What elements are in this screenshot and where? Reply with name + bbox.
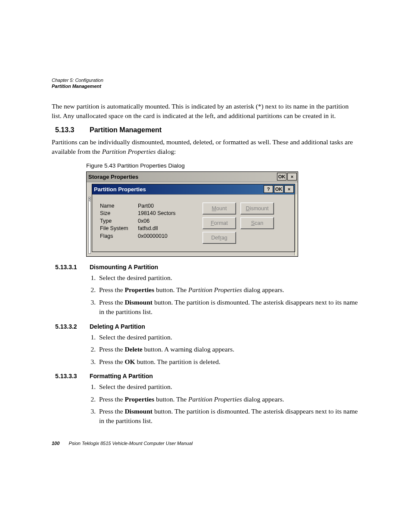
storage-properties-window: Storage Properties OK × S Partition Prop…: [86, 171, 298, 257]
heading-title: Deleting A Partition: [90, 323, 145, 330]
step: Press the Dismount button. The partition…: [97, 407, 359, 426]
heading-number: 5.13.3.2: [55, 323, 90, 330]
label-size: Size: [100, 210, 138, 218]
step: Press the Properties button. The Partiti…: [97, 395, 359, 404]
defrag-button[interactable]: Defrag: [202, 232, 236, 244]
dismount-button[interactable]: Dismount: [240, 202, 274, 215]
scan-button[interactable]: Scan: [240, 217, 274, 229]
heading-5-13-3: 5.13.3 Partition Management: [52, 126, 359, 134]
partition-properties-titlebar[interactable]: Partition Properties ? OK ×: [92, 184, 295, 195]
step: Press the Delete button. A warning dialo…: [97, 345, 359, 354]
help-icon[interactable]: ?: [264, 185, 273, 193]
value-filesystem: fatfsd.dll: [138, 225, 194, 233]
label-type: Type: [100, 218, 138, 225]
value-size: 198140 Sectors: [138, 210, 194, 218]
mount-button[interactable]: Mount: [202, 202, 236, 215]
heading-number: 5.13.3.1: [55, 264, 90, 271]
ok-button[interactable]: OK: [277, 173, 286, 180]
label-filesystem: File System: [100, 225, 138, 233]
step: Select the desired partition.: [97, 382, 359, 392]
value-name: Part00: [138, 202, 194, 210]
window-title: Storage Properties: [88, 174, 138, 180]
label-flags: Flags: [100, 233, 138, 240]
storage-properties-titlebar[interactable]: Storage Properties OK ×: [87, 172, 298, 182]
step: Press the OK button. The partition is de…: [97, 357, 359, 367]
value-type: 0x06: [138, 218, 194, 225]
label-name: Name: [100, 202, 138, 210]
step: Press the Properties button. The Partiti…: [97, 285, 359, 295]
heading-title: Dismounting A Partition: [90, 264, 158, 271]
ok-button[interactable]: OK: [274, 185, 283, 193]
window-title: Partition Properties: [94, 186, 146, 193]
format-button[interactable]: Format: [202, 217, 236, 229]
close-icon[interactable]: ×: [287, 173, 297, 180]
heading-number: 5.13.3: [55, 126, 90, 134]
page-number: 100: [52, 441, 59, 446]
heading-number: 5.13.3.3: [55, 373, 90, 380]
running-head-chapter: Chapter 5: Configuration: [52, 78, 359, 83]
intro-paragraph: The new partition is automatically mount…: [52, 102, 359, 120]
step: Select the desired partition.: [97, 333, 359, 342]
dialog-body: Name Size Type File System Flags Part00 …: [92, 195, 295, 252]
text: dialog:: [156, 148, 176, 155]
heading-title: Formatting A Partition: [90, 373, 153, 380]
heading-5-13-3-2: 5.13.3.2 Deleting A Partition: [52, 323, 359, 330]
page: Chapter 5: Configuration Partition Manag…: [0, 0, 411, 472]
close-icon[interactable]: ×: [284, 185, 294, 193]
partition-properties-window: Partition Properties ? OK × Name Size Ty…: [92, 184, 295, 252]
step: Press the Dismount button. The partition…: [97, 298, 359, 317]
page-footer: 100 Psion Teklogix 8515 Vehicle-Mount Co…: [52, 441, 359, 446]
background-panel-sliver: S: [88, 197, 91, 254]
heading-title: Partition Management: [90, 126, 162, 134]
steps-deleting: Select the desired partition. Press the …: [86, 333, 359, 367]
heading-5-13-3-3: 5.13.3.3 Formatting A Partition: [52, 373, 359, 380]
value-flags: 0x00000010: [138, 233, 194, 240]
text: Partitions can be individually dismounte…: [52, 138, 353, 155]
steps-dismounting: Select the desired partition. Press the …: [86, 273, 359, 317]
step: Select the desired partition.: [97, 273, 359, 283]
heading-5-13-3-1: 5.13.3.1 Dismounting A Partition: [52, 264, 359, 271]
footer-text: Psion Teklogix 8515 Vehicle-Mount Comput…: [68, 441, 193, 446]
running-head-section: Partition Management: [52, 84, 359, 89]
steps-formatting: Select the desired partition. Press the …: [86, 382, 359, 426]
section-intro-paragraph: Partitions can be individually dismounte…: [52, 137, 359, 156]
text-italic: Partition Properties: [102, 148, 156, 155]
figure-caption: Figure 5.43 Partition Properties Dialog: [86, 162, 359, 169]
